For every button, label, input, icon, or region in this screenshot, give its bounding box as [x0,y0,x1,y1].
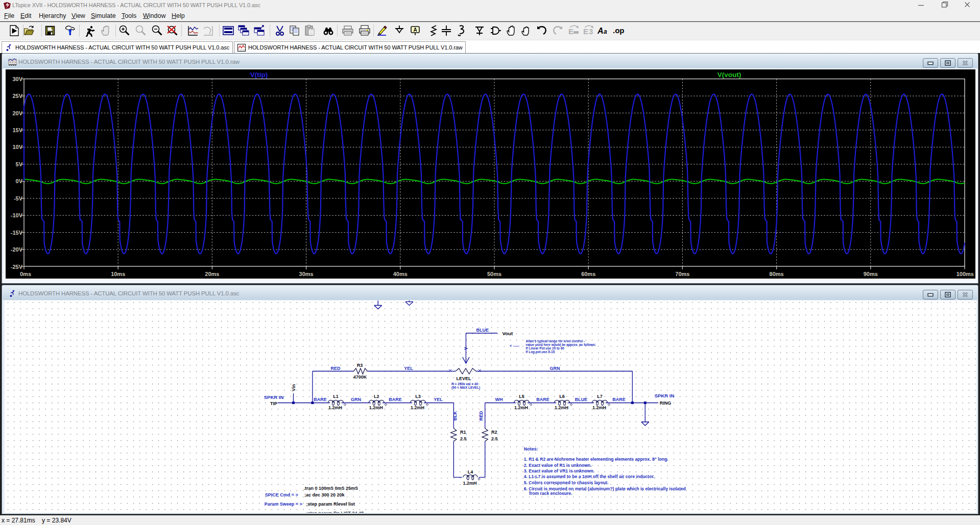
svg-text:E: E [568,27,573,36]
svg-text:80ms: 80ms [770,271,784,277]
svg-text:a: a [604,28,607,35]
svg-text:70ms: 70ms [675,271,689,277]
svg-text:L5: L5 [519,394,524,399]
svg-text:RED: RED [479,411,484,421]
svg-text:;step param Rlevel list: ;step param Rlevel list [306,502,355,507]
svg-text:(90 = MAX LEVEL): (90 = MAX LEVEL) [451,386,480,390]
svg-text:60ms: 60ms [581,271,595,277]
svg-text:Param Sweep = >: Param Sweep = > [265,502,302,507]
svg-text:1. R1 & R2 are Nichrome heater: 1. R1 & R2 are Nichrome heater elementin… [524,457,668,462]
svg-text:R = 250k val = 40: R = 250k val = 40 [451,382,478,386]
svg-text:RING: RING [660,401,672,406]
svg-text:A: A [597,27,604,35]
svg-text:TIP: TIP [270,401,277,406]
svg-text:.tran 0 100mS 0mS 25mS: .tran 0 100mS 0mS 25mS [304,486,358,491]
svg-text:If Linear Pot use 20 to 60: If Linear Pot use 20 to 60 [526,346,565,350]
svg-text:30ms: 30ms [299,271,314,277]
svg-text:;ac dec 300 20 20k: ;ac dec 300 20 20k [304,492,345,497]
svg-text:3. Exact value of VR1 is unkno: 3. Exact value of VR1 is unknown. [524,468,595,473]
svg-text:Vin: Vin [291,384,296,391]
svg-text:1.2mH: 1.2mH [328,405,342,410]
svg-text:1.2mH: 1.2mH [555,405,568,410]
svg-text:L1: L1 [333,394,339,399]
svg-text:L2: L2 [374,394,379,399]
svg-text:L6: L6 [559,394,565,399]
svg-text:50ms: 50ms [487,271,501,277]
svg-text:< -----: < ----- [510,343,519,348]
svg-text:2.5: 2.5 [460,436,467,441]
svg-text:R1: R1 [460,430,466,435]
svg-text:Vout: Vout [503,331,513,336]
svg-text:BARE: BARE [314,397,327,402]
svg-text:4. L1-L7 is assumed to be a 1m: 4. L1-L7 is assumed to be a 1mH off the … [524,474,655,479]
svg-text:3: 3 [589,27,593,36]
svg-text:A: A [413,27,417,33]
svg-text:BLUE: BLUE [575,397,588,402]
svg-text:RED: RED [330,366,341,371]
svg-text:SPKR IN: SPKR IN [655,393,675,398]
svg-text:V(vout): V(vout) [718,71,742,79]
svg-text:Notes:: Notes: [524,446,538,452]
svg-text:1.2mH: 1.2mH [592,405,606,410]
svg-text:1.2mH: 1.2mH [514,405,528,410]
svg-text:2.5: 2.5 [491,436,498,441]
svg-text:90ms: 90ms [864,271,878,277]
svg-text:BARE: BARE [389,397,402,402]
svg-text:GRN: GRN [351,397,361,402]
svg-text:R2: R2 [491,430,497,435]
svg-text:SPKR IN: SPKR IN [264,394,284,400]
svg-text:1.2mH: 1.2mH [411,405,424,410]
svg-text:4700K: 4700K [353,374,367,380]
svg-text:If Log pot use 5-15: If Log pot use 5-15 [526,350,555,354]
svg-text:40ms: 40ms [393,271,408,277]
svg-text:YEL: YEL [404,366,413,371]
svg-text:BLUE: BLUE [476,328,489,333]
svg-text:SPICE Cmd = >: SPICE Cmd = > [265,492,298,497]
svg-text:1.2mH: 1.2mH [369,405,383,410]
svg-text:10ms: 10ms [111,271,125,277]
svg-text:L3: L3 [415,394,421,399]
svg-text:BARE: BARE [536,397,549,402]
svg-text:L7: L7 [597,394,603,399]
svg-text:LEVEL: LEVEL [456,376,471,381]
svg-text:BLK: BLK [452,411,458,420]
svg-text:20ms: 20ms [205,271,219,277]
svg-text:.op: .op [613,26,625,35]
svg-text:100ms: 100ms [957,271,974,277]
svg-text:V(tip): V(tip) [250,71,268,79]
svg-text:5. Colors corresponed to chass: 5. Colors corresponed to chassis layout. [524,480,609,485]
svg-text:L4: L4 [468,469,473,474]
svg-text:from rack enclosure.: from rack enclosure. [529,491,572,496]
svg-text:GRN: GRN [550,366,560,371]
svg-text:0ms: 0ms [20,271,31,277]
svg-text:;step param Rn LIST 24 48: ;step param Rn LIST 24 48 [306,511,364,513]
svg-text:WH: WH [495,397,503,402]
svg-text:R3: R3 [357,363,363,368]
svg-text:YEL: YEL [434,397,443,402]
svg-text:BARE: BARE [612,397,626,402]
svg-text:2. Exact value of R1 is unknow: 2. Exact value of R1 is unknown. [524,463,592,468]
svg-text:E: E [583,27,588,36]
svg-text:1.2mH: 1.2mH [463,481,476,486]
